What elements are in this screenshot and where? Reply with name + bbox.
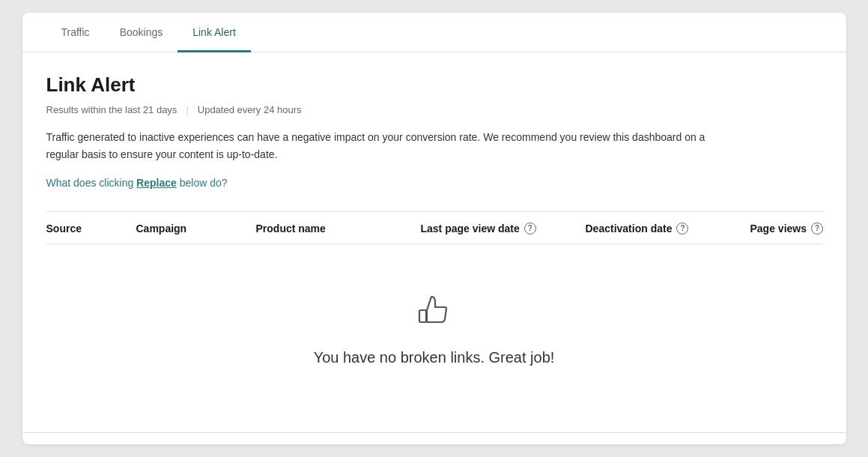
table-container: Source Campaign Product name Last page v…	[46, 211, 822, 411]
page-title: Link Alert	[46, 73, 822, 97]
svg-rect-0	[419, 310, 426, 322]
col-product-name: Product name	[256, 223, 421, 234]
card-footer	[22, 432, 846, 444]
col-source: Source	[46, 223, 136, 234]
help-link-suffix: below do?	[177, 177, 228, 189]
thumbs-up-icon	[412, 289, 457, 334]
page-content: Link Alert Results within the last 21 da…	[22, 52, 846, 432]
main-card: Traffic Bookings Link Alert Link Alert R…	[22, 13, 846, 444]
empty-state-text: You have no broken links. Great job!	[314, 349, 555, 366]
col-deactivation-date-label: Deactivation date	[586, 223, 673, 234]
help-link-prefix: What does clicking	[46, 177, 137, 189]
col-deactivation-date: Deactivation date ?	[586, 223, 750, 234]
help-link-bold: Replace	[136, 177, 177, 189]
col-page-views: Page views ?	[750, 223, 846, 234]
col-campaign-label: Campaign	[136, 223, 187, 234]
subtitle-divider: |	[186, 104, 188, 115]
subtitle-row: Results within the last 21 days | Update…	[46, 104, 822, 115]
last-page-view-date-help-icon[interactable]: ?	[524, 223, 536, 234]
col-campaign: Campaign	[136, 223, 256, 234]
subtitle-left: Results within the last 21 days	[46, 104, 177, 115]
description-text: Traffic generated to inactive experience…	[46, 129, 720, 163]
col-product-name-label: Product name	[256, 223, 326, 234]
tab-traffic[interactable]: Traffic	[46, 13, 105, 52]
col-source-label: Source	[46, 223, 82, 234]
subtitle-right: Updated every 24 hours	[198, 104, 302, 115]
tab-bookings[interactable]: Bookings	[105, 13, 178, 52]
tabs-bar: Traffic Bookings Link Alert	[22, 13, 846, 52]
tab-link-alert[interactable]: Link Alert	[177, 13, 251, 52]
col-last-page-view-date-label: Last page view date	[421, 223, 520, 234]
col-last-page-view-date: Last page view date ?	[421, 223, 586, 234]
page-views-help-icon[interactable]: ?	[811, 223, 823, 234]
deactivation-date-help-icon[interactable]: ?	[676, 223, 688, 234]
col-page-views-label: Page views	[750, 223, 807, 234]
empty-state: You have no broken links. Great job!	[46, 244, 822, 411]
help-link[interactable]: What does clicking Replace below do?	[46, 177, 228, 189]
table-header: Source Campaign Product name Last page v…	[46, 212, 822, 244]
